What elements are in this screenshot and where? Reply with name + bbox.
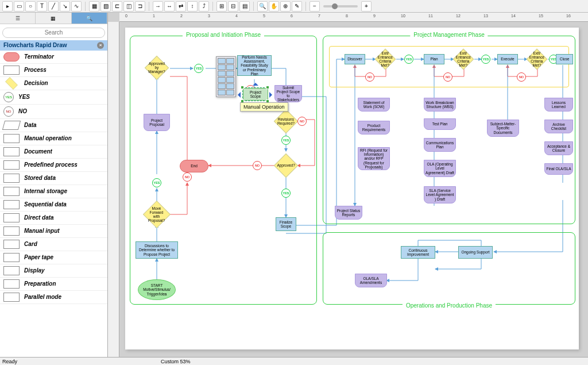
distribute-h-tool[interactable]: ⊞ [216,1,227,11]
shape-terminator[interactable]: Terminator [0,51,107,64]
palette-shape-8[interactable] [226,77,234,83]
distribute-v-tool[interactable]: ⊟ [228,1,238,11]
palette-shape-3[interactable] [218,64,226,70]
node-finalola[interactable]: Final OLA/SLA [544,163,573,175]
node-project-proposal[interactable]: Project Proposal [144,114,170,131]
node-discussions[interactable]: Discussions to Determine whether to Prop… [136,241,178,259]
shape-sequential-data[interactable]: Sequential data [0,198,107,212]
node-finalize[interactable]: Finalize Scope [276,217,296,231]
connector-no-pm1[interactable]: NO [365,72,374,82]
palette-shape-7[interactable] [218,77,226,83]
shape-decision[interactable]: Decision [0,77,107,90]
stamp-tool[interactable]: ⊕ [280,1,291,11]
node-discover[interactable]: Discover [345,54,365,64]
shape-manual-input[interactable]: Manual input [0,225,107,238]
palette-shape-9[interactable] [218,83,226,89]
palette-shape-5[interactable] [218,71,226,76]
node-rfi[interactable]: RFI (Request for Information) and/or RFP… [358,147,390,170]
library-header[interactable]: Flowcharts Rapid Draw × [0,40,107,51]
shape-process[interactable]: Process [0,64,107,77]
arrow-handle-right[interactable] [269,92,275,98]
shape-predefined-process[interactable]: Predefined process [0,159,107,172]
shape-display[interactable]: Display [0,264,107,278]
close-library-icon[interactable]: × [97,42,104,49]
layer-tool[interactable]: ▤ [239,1,250,11]
ungroup-tool[interactable]: ▧ [100,1,111,11]
node-archive[interactable]: Archive Checklist [544,120,573,133]
node-testplan[interactable]: Test Plan [424,118,456,130]
sidebar-tab-1[interactable]: ☰ [0,13,36,24]
sidebar-tab-search[interactable]: 🔍 [72,13,107,24]
shape-paper-tape[interactable]: Paper tape [0,251,107,264]
shape-manual-operation[interactable]: Manual operation [0,132,107,145]
group-tool[interactable]: ▦ [89,1,99,11]
zoom-out-icon[interactable]: − [310,1,320,11]
shape-stored-data[interactable]: Stored data [0,172,107,185]
arrow-handle-up[interactable] [253,80,258,86]
node-ongoing[interactable]: Ongoing Support [458,246,493,259]
line-tool[interactable]: ╱ [48,1,59,11]
node-ola[interactable]: OLA (Operating Level Agreement) Draft [424,160,456,177]
connector-yes-pm2[interactable]: YES [481,55,490,64]
node-psr[interactable]: Project Status Reports [335,206,362,220]
selected-shape-outline[interactable]: Project Scope [242,87,268,101]
connector-no-pm2[interactable]: NO [443,72,452,82]
node-accept[interactable]: Acceptance & Closure [544,141,573,155]
node-submit-scope[interactable]: Submit Project Scope to Stakeholders [274,85,302,102]
node-sow[interactable]: Statement of Work (SOW) [358,98,390,112]
node-start[interactable]: START Motive/Stimulus/ Trigger/Idea [138,279,176,300]
drawing-canvas[interactable]: Proposal and Initiation Phase Project Ma… [125,28,579,349]
floating-shape-palette[interactable] [216,56,236,97]
connector-no-1[interactable]: NO [183,172,192,182]
connector-no-3[interactable]: NO [253,161,262,170]
node-execute[interactable]: Execute [497,54,518,64]
node-plan[interactable]: Plan [424,54,444,64]
shape-parallel-mode[interactable]: Parallel mode [0,291,107,304]
palette-shape-11[interactable] [218,90,226,95]
node-sla[interactable]: SLA (Service Level Agreement ) Draft [424,186,456,203]
align-right-tool[interactable]: ⊐ [135,1,145,11]
align-left-tool[interactable]: ⊏ [112,1,122,11]
arrow-tool-4[interactable]: ↕ [187,1,198,11]
connector-no-pm3[interactable]: NO [517,72,526,82]
shape-internal-storage[interactable]: Internal storage [0,185,107,198]
shape-preparation[interactable]: Preparation [0,278,107,291]
shape-yes[interactable]: YESYES [0,90,107,105]
rect-tool[interactable]: ▭ [14,1,24,11]
node-lessons[interactable]: Lessons Learned [544,98,573,112]
connector-yes-pm1[interactable]: YES [404,55,413,64]
shape-data[interactable]: Data [0,119,107,132]
curve-tool[interactable]: ∿ [71,1,82,11]
node-close[interactable]: Close [556,54,573,64]
shape-no[interactable]: NONO [0,105,107,119]
palette-shape-6[interactable] [226,71,234,76]
connector-yes-3[interactable]: YES [281,136,291,145]
arrow-tool-5[interactable]: ⤴ [199,1,209,11]
palette-shape-12[interactable] [226,90,234,95]
connector-tool[interactable]: ↘ [60,1,70,11]
pointer-tool[interactable]: ▸ [2,1,13,11]
arrow-tool-2[interactable]: ↔ [164,1,175,11]
arrow-tool-1[interactable]: → [153,1,163,11]
node-end[interactable]: End [180,160,208,172]
palette-shape-10[interactable] [226,83,234,89]
connector-yes-1[interactable]: YES [152,178,161,187]
shape-direct-data[interactable]: Direct data [0,212,107,225]
zoom-slider[interactable] [323,5,358,7]
text-tool[interactable]: T [37,1,47,11]
arrow-tool-3[interactable]: ⇄ [176,1,186,11]
sidebar-tab-2[interactable]: ▦ [36,13,71,24]
palette-shape-4[interactable] [226,64,234,70]
hand-tool[interactable]: ✋ [269,1,279,11]
search-tool[interactable]: 🔍 [257,1,268,11]
connector-yes-4[interactable]: YES [281,189,291,198]
align-center-tool[interactable]: ◫ [123,1,134,11]
node-amend[interactable]: OLA/SLA Amendments [355,274,387,287]
palette-shape-2[interactable] [226,58,234,64]
zoom-in-icon[interactable]: + [361,1,372,11]
connector-no-rev[interactable]: NO [297,117,307,126]
node-sme[interactable]: Subject-Matter-Specific Documents [487,120,519,137]
node-wbs[interactable]: Work Breakdown Structure (WBS) [424,98,456,112]
connector-yes-2[interactable]: YES [194,64,203,73]
shape-card[interactable]: Card [0,238,107,251]
